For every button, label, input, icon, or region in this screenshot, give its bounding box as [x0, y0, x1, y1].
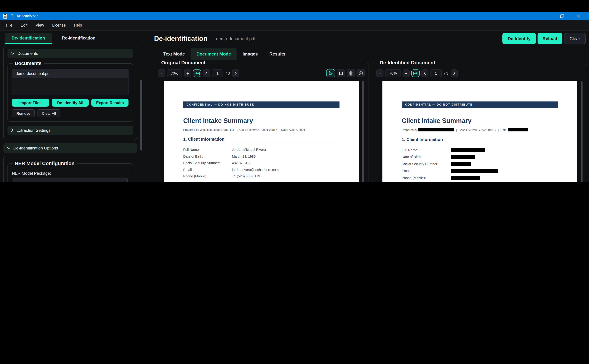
- clear-all-button[interactable]: Clear All: [38, 109, 60, 117]
- fit-width-button[interactable]: [193, 70, 201, 77]
- redaction-bar: [450, 169, 498, 173]
- rectangle-select-button[interactable]: [337, 69, 345, 77]
- original-scrollbar[interactable]: [362, 81, 364, 182]
- deidentified-scrollbar[interactable]: [581, 81, 582, 182]
- document-byline: Prepared by Westfield Legal Group, LLP|C…: [183, 128, 339, 131]
- page-number-field[interactable]: 1: [430, 70, 442, 77]
- chevron-left-icon: [205, 72, 207, 75]
- app-logo-icon: [3, 13, 7, 19]
- doc-section: 1. Client InformationFull Name:Date of B…: [402, 137, 558, 182]
- doc-field-row: Phone (Mobile):+1 (520) 555-0179: [183, 174, 339, 178]
- document-byline-redacted: Prepared by |Case File #WLG-2026-04817|D…: [402, 128, 558, 132]
- doc-field-label: Full Name:: [402, 148, 450, 152]
- current-file-name: demo-document.pdf: [216, 36, 255, 41]
- reload-button[interactable]: Reload: [537, 33, 562, 44]
- extraction-settings-header[interactable]: Extraction Settings: [7, 126, 133, 135]
- doc-field-label: Email:: [402, 169, 450, 173]
- remove-button[interactable]: Remove: [12, 109, 35, 117]
- document-title: Client Intake Summary: [402, 117, 558, 125]
- doc-field-row: Email:: [402, 169, 558, 173]
- doc-field-value: +1 (520) 555-3302: [232, 181, 260, 182]
- chevron-down-icon: [7, 147, 11, 150]
- document-file-list[interactable]: demo-document.pdf: [12, 69, 128, 95]
- chevron-left-icon: [424, 72, 426, 75]
- doc-field-label: Date of Birth:: [402, 155, 450, 159]
- doc-field-label: Phone (Work):: [183, 181, 232, 182]
- deid-options-header[interactable]: De-Identification Options: [3, 143, 137, 153]
- mode-tabs: Text ModeDocument ModeImagesResults: [154, 46, 587, 60]
- sidebar-tab-de-identification[interactable]: De-Identification: [5, 33, 52, 44]
- menubar: FileEditViewLicenseHelp: [0, 20, 589, 31]
- doc-field-label: Email:: [183, 168, 232, 171]
- rectangle-select-icon: [339, 71, 343, 75]
- sidebar-tab-re-identification[interactable]: Re-Identification: [55, 33, 102, 44]
- menu-item-license[interactable]: License: [48, 20, 70, 31]
- import-files-button[interactable]: Import Files: [12, 99, 49, 107]
- redaction-bar: [450, 176, 479, 180]
- export-results-button[interactable]: Export Results: [92, 99, 128, 107]
- close-button[interactable]: [575, 13, 582, 19]
- doc-field-value: +1 (520) 555-0179: [232, 174, 260, 178]
- next-page-button[interactable]: [451, 70, 458, 77]
- fit-width-icon: [194, 71, 200, 75]
- ner-package-select[interactable]: GLiNER PII (SpaCy Transformer, English): [13, 178, 128, 182]
- zoom-in-button[interactable]: +: [402, 70, 410, 77]
- app-window: PII Anomalyzer FileEditViewLicenseHelp D…: [0, 0, 589, 182]
- sidebar: De-IdentificationRe-Identification Docum…: [0, 31, 147, 182]
- chevron-down-icon: [11, 52, 15, 55]
- delete-annotation-button[interactable]: [347, 69, 355, 77]
- doc-field-label: Social Security Number:: [183, 161, 232, 165]
- zoom-level-field[interactable]: 70%: [167, 70, 182, 77]
- zoom-level-field[interactable]: 70%: [385, 70, 401, 77]
- next-page-button[interactable]: [232, 70, 239, 77]
- doc-field-row: Date of Birth:: [402, 155, 558, 159]
- de-identify-button[interactable]: De-Identify: [502, 33, 536, 44]
- tab-text-mode[interactable]: Text Mode: [157, 48, 191, 60]
- doc-field-row: Full Name:: [402, 148, 558, 152]
- sidebar-scrollbar[interactable]: [141, 80, 142, 150]
- redaction-bar: [450, 162, 471, 166]
- tab-document-mode[interactable]: Document Mode: [191, 48, 237, 60]
- documents-collapse-header[interactable]: Documents: [7, 49, 133, 58]
- clear-button[interactable]: Clear: [564, 33, 586, 44]
- menu-item-edit[interactable]: Edit: [17, 20, 32, 31]
- pointer-tool-button[interactable]: [326, 69, 335, 77]
- close-icon: [576, 14, 581, 18]
- circle-x-icon: [358, 71, 363, 75]
- page-number-field[interactable]: 1: [212, 70, 223, 77]
- main-header: De-identification demo-document.pdf De-I…: [154, 31, 587, 46]
- restore-icon: [560, 14, 564, 18]
- minimize-button[interactable]: [542, 13, 549, 19]
- zoom-in-button[interactable]: +: [184, 70, 191, 77]
- doc-field-label: Phone (Mobile):: [402, 176, 450, 180]
- zoom-out-button[interactable]: -: [376, 70, 383, 77]
- doc-field-value: 482-37-8193: [232, 161, 251, 165]
- doc-field-value: jordan.rivera@techsphere.com: [232, 168, 279, 171]
- deidentified-page-viewport[interactable]: CONFIDENTIAL — DO NOT DISTRIBUTE Client …: [376, 80, 583, 182]
- prev-page-button[interactable]: [421, 70, 428, 77]
- zoom-out-button[interactable]: -: [158, 70, 165, 77]
- prev-page-button[interactable]: [203, 70, 210, 77]
- confidential-banner: CONFIDENTIAL — DO NOT DISTRIBUTE: [402, 101, 558, 108]
- doc-section: 1. Client InformationFull Name:Jordan Mi…: [183, 137, 339, 182]
- tab-results[interactable]: Results: [264, 48, 291, 60]
- documents-group-title: Documents: [13, 61, 44, 66]
- restore-button[interactable]: [558, 13, 566, 19]
- title-divider: [212, 35, 212, 42]
- original-page-viewport[interactable]: CONFIDENTIAL — DO NOT DISTRIBUTE Client …: [158, 80, 365, 182]
- ner-model-title: NER Model Configuration: [13, 161, 77, 166]
- file-list-item[interactable]: demo-document.pdf: [12, 69, 128, 78]
- doc-field-row: Social Security Number:: [402, 162, 558, 166]
- minimize-icon: [544, 14, 548, 18]
- fit-width-button[interactable]: [411, 70, 420, 77]
- menu-item-file[interactable]: File: [2, 20, 17, 31]
- de-identify-all-button[interactable]: De-Identify All: [52, 99, 89, 107]
- original-toolbar: - 70% +: [158, 68, 365, 78]
- page-title: De-identification: [154, 35, 207, 42]
- clear-annotations-button[interactable]: [356, 69, 365, 77]
- menu-item-help[interactable]: Help: [70, 20, 86, 31]
- doc-section-heading: 1. Client Information: [402, 137, 558, 142]
- tab-images[interactable]: Images: [237, 48, 264, 60]
- menu-item-view[interactable]: View: [32, 20, 48, 31]
- doc-field-label: Date of Birth:: [183, 154, 232, 158]
